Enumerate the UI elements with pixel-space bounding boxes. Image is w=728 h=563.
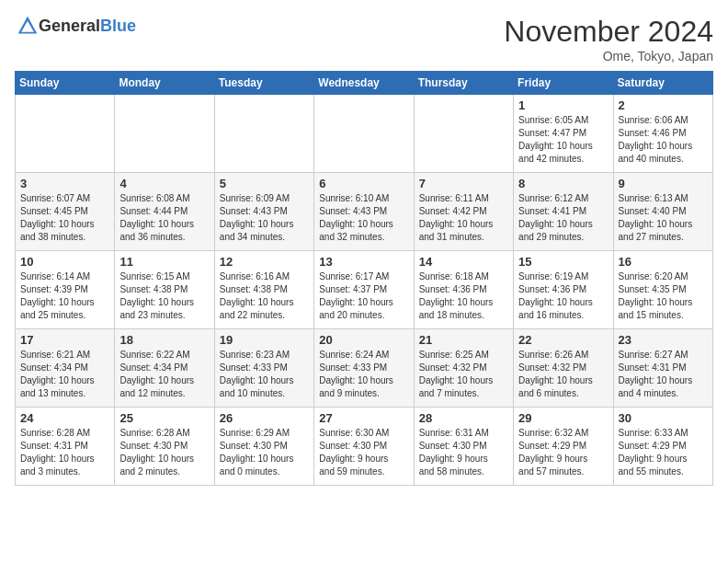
day-number: 23 [619, 333, 708, 347]
day-number: 26 [220, 411, 309, 425]
calendar-week-4: 17Sunrise: 6:21 AM Sunset: 4:34 PM Dayli… [16, 329, 713, 408]
day-number: 11 [119, 255, 209, 269]
calendar-header: Sunday Monday Tuesday Wednesday Thursday… [16, 72, 713, 95]
calendar-cell: 19Sunrise: 6:23 AM Sunset: 4:33 PM Dayli… [214, 329, 313, 408]
calendar-cell: 14Sunrise: 6:18 AM Sunset: 4:36 PM Dayli… [414, 251, 513, 329]
calendar-cell: 26Sunrise: 6:29 AM Sunset: 4:30 PM Dayli… [214, 408, 313, 486]
day-info: Sunrise: 6:29 AM Sunset: 4:30 PM Dayligh… [220, 427, 309, 478]
weekday-wednesday: Wednesday [314, 72, 414, 95]
day-number: 17 [20, 333, 109, 347]
calendar-cell [414, 95, 513, 173]
weekday-monday: Monday [115, 72, 214, 95]
day-number: 14 [419, 255, 508, 269]
calendar-cell: 13Sunrise: 6:17 AM Sunset: 4:37 PM Dayli… [314, 251, 414, 329]
logo: GeneralBlue [15, 15, 136, 37]
title-block: November 2024 Ome, Tokyo, Japan [504, 15, 713, 63]
day-info: Sunrise: 6:05 AM Sunset: 4:47 PM Dayligh… [518, 114, 608, 166]
day-info: Sunrise: 6:07 AM Sunset: 4:45 PM Dayligh… [20, 192, 109, 244]
calendar-cell: 17Sunrise: 6:21 AM Sunset: 4:34 PM Dayli… [16, 329, 115, 408]
day-number: 13 [319, 255, 408, 269]
calendar-cell [214, 95, 313, 173]
calendar-cell: 28Sunrise: 6:31 AM Sunset: 4:30 PM Dayli… [414, 408, 513, 486]
calendar-cell: 3Sunrise: 6:07 AM Sunset: 4:45 PM Daylig… [16, 173, 115, 251]
day-info: Sunrise: 6:16 AM Sunset: 4:38 PM Dayligh… [220, 270, 309, 322]
calendar-cell: 23Sunrise: 6:27 AM Sunset: 4:31 PM Dayli… [613, 329, 712, 408]
day-info: Sunrise: 6:06 AM Sunset: 4:46 PM Dayligh… [619, 114, 708, 166]
calendar-cell: 15Sunrise: 6:19 AM Sunset: 4:36 PM Dayli… [514, 251, 613, 329]
calendar-cell: 8Sunrise: 6:12 AM Sunset: 4:41 PM Daylig… [514, 173, 613, 251]
calendar-week-5: 24Sunrise: 6:28 AM Sunset: 4:31 PM Dayli… [16, 408, 713, 486]
calendar-cell: 20Sunrise: 6:24 AM Sunset: 4:33 PM Dayli… [314, 329, 414, 408]
day-number: 3 [20, 177, 109, 190]
day-info: Sunrise: 6:28 AM Sunset: 4:30 PM Dayligh… [119, 427, 209, 478]
day-number: 4 [119, 177, 209, 190]
day-info: Sunrise: 6:10 AM Sunset: 4:43 PM Dayligh… [319, 192, 408, 244]
day-number: 7 [419, 177, 508, 190]
logo-text-blue: Blue [100, 17, 136, 35]
day-info: Sunrise: 6:08 AM Sunset: 4:44 PM Dayligh… [119, 192, 209, 244]
day-number: 2 [619, 98, 708, 112]
day-info: Sunrise: 6:13 AM Sunset: 4:40 PM Dayligh… [619, 192, 708, 244]
day-info: Sunrise: 6:24 AM Sunset: 4:33 PM Dayligh… [319, 349, 408, 400]
day-info: Sunrise: 6:09 AM Sunset: 4:43 PM Dayligh… [220, 192, 309, 244]
day-info: Sunrise: 6:22 AM Sunset: 4:34 PM Dayligh… [119, 349, 209, 400]
day-number: 15 [518, 255, 608, 269]
weekday-saturday: Saturday [613, 72, 712, 95]
calendar-cell: 6Sunrise: 6:10 AM Sunset: 4:43 PM Daylig… [314, 173, 414, 251]
calendar-cell: 30Sunrise: 6:33 AM Sunset: 4:29 PM Dayli… [613, 408, 712, 486]
calendar-cell: 11Sunrise: 6:15 AM Sunset: 4:38 PM Dayli… [115, 251, 214, 329]
calendar-cell: 24Sunrise: 6:28 AM Sunset: 4:31 PM Dayli… [16, 408, 115, 486]
day-number: 10 [20, 255, 109, 269]
day-info: Sunrise: 6:19 AM Sunset: 4:36 PM Dayligh… [518, 270, 608, 322]
weekday-friday: Friday [514, 72, 613, 95]
day-number: 6 [319, 177, 408, 190]
day-number: 28 [419, 411, 508, 425]
day-info: Sunrise: 6:33 AM Sunset: 4:29 PM Dayligh… [619, 427, 708, 478]
calendar-cell: 10Sunrise: 6:14 AM Sunset: 4:39 PM Dayli… [16, 251, 115, 329]
day-info: Sunrise: 6:23 AM Sunset: 4:33 PM Dayligh… [220, 349, 309, 400]
day-info: Sunrise: 6:18 AM Sunset: 4:36 PM Dayligh… [419, 270, 508, 322]
day-info: Sunrise: 6:28 AM Sunset: 4:31 PM Dayligh… [20, 427, 109, 478]
day-number: 21 [419, 333, 508, 347]
day-number: 22 [518, 333, 608, 347]
calendar-cell: 16Sunrise: 6:20 AM Sunset: 4:35 PM Dayli… [613, 251, 712, 329]
logo-icon [17, 15, 39, 37]
day-info: Sunrise: 6:15 AM Sunset: 4:38 PM Dayligh… [119, 270, 209, 322]
day-number: 27 [319, 411, 408, 425]
calendar-cell: 12Sunrise: 6:16 AM Sunset: 4:38 PM Dayli… [214, 251, 313, 329]
month-title: November 2024 [504, 15, 713, 49]
weekday-row: Sunday Monday Tuesday Wednesday Thursday… [16, 72, 713, 95]
day-number: 29 [518, 411, 608, 425]
calendar-cell: 27Sunrise: 6:30 AM Sunset: 4:30 PM Dayli… [314, 408, 414, 486]
day-number: 19 [220, 333, 309, 347]
calendar-cell: 2Sunrise: 6:06 AM Sunset: 4:46 PM Daylig… [613, 95, 712, 173]
day-number: 5 [220, 177, 309, 190]
day-number: 20 [319, 333, 408, 347]
calendar-cell: 4Sunrise: 6:08 AM Sunset: 4:44 PM Daylig… [115, 173, 214, 251]
day-info: Sunrise: 6:32 AM Sunset: 4:29 PM Dayligh… [518, 427, 608, 478]
calendar-cell: 9Sunrise: 6:13 AM Sunset: 4:40 PM Daylig… [613, 173, 712, 251]
day-number: 24 [20, 411, 109, 425]
day-info: Sunrise: 6:20 AM Sunset: 4:35 PM Dayligh… [619, 270, 708, 322]
day-info: Sunrise: 6:11 AM Sunset: 4:42 PM Dayligh… [419, 192, 508, 244]
day-info: Sunrise: 6:30 AM Sunset: 4:30 PM Dayligh… [319, 427, 408, 478]
calendar-cell [115, 95, 214, 173]
day-number: 12 [220, 255, 309, 269]
calendar-body: 1Sunrise: 6:05 AM Sunset: 4:47 PM Daylig… [16, 95, 713, 486]
calendar-week-1: 1Sunrise: 6:05 AM Sunset: 4:47 PM Daylig… [16, 95, 713, 173]
calendar-cell: 21Sunrise: 6:25 AM Sunset: 4:32 PM Dayli… [414, 329, 513, 408]
day-number: 8 [518, 177, 608, 190]
logo-text-general: General [39, 17, 100, 35]
calendar-cell: 25Sunrise: 6:28 AM Sunset: 4:30 PM Dayli… [115, 408, 214, 486]
calendar-cell: 22Sunrise: 6:26 AM Sunset: 4:32 PM Dayli… [514, 329, 613, 408]
day-info: Sunrise: 6:31 AM Sunset: 4:30 PM Dayligh… [419, 427, 508, 478]
day-info: Sunrise: 6:27 AM Sunset: 4:31 PM Dayligh… [619, 349, 708, 400]
calendar-cell: 1Sunrise: 6:05 AM Sunset: 4:47 PM Daylig… [514, 95, 613, 173]
day-info: Sunrise: 6:25 AM Sunset: 4:32 PM Dayligh… [419, 349, 508, 400]
calendar-cell: 5Sunrise: 6:09 AM Sunset: 4:43 PM Daylig… [214, 173, 313, 251]
day-number: 9 [619, 177, 708, 190]
day-info: Sunrise: 6:26 AM Sunset: 4:32 PM Dayligh… [518, 349, 608, 400]
calendar-cell: 7Sunrise: 6:11 AM Sunset: 4:42 PM Daylig… [414, 173, 513, 251]
calendar-week-3: 10Sunrise: 6:14 AM Sunset: 4:39 PM Dayli… [16, 251, 713, 329]
calendar-table: Sunday Monday Tuesday Wednesday Thursday… [15, 71, 713, 486]
